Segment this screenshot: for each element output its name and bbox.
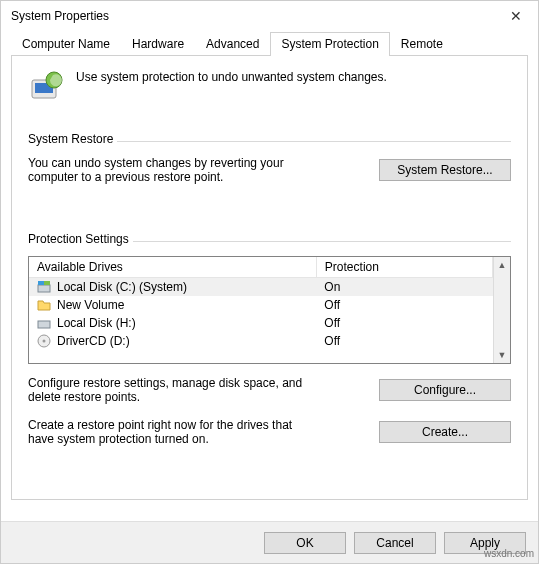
drive-status: Off	[316, 332, 492, 350]
chevron-up-icon[interactable]: ▲	[498, 257, 507, 273]
tab-strip: Computer Name Hardware Advanced System P…	[11, 31, 528, 56]
svg-rect-6	[38, 321, 50, 328]
create-desc: Create a restore point right now for the…	[28, 418, 318, 446]
dialog-footer: OK Cancel Apply wsxdn.com	[1, 521, 538, 563]
drive-name: Local Disk (H:)	[57, 316, 136, 330]
drives-table: Available Drives Protection Local Disk (…	[28, 256, 511, 364]
table-row[interactable]: Local Disk (C:) (System) On	[29, 278, 493, 297]
svg-point-8	[43, 340, 46, 343]
disk-icon	[37, 316, 51, 330]
intro-text: Use system protection to undo unwanted s…	[76, 70, 387, 84]
disk-win-icon	[37, 280, 51, 294]
tab-advanced[interactable]: Advanced	[195, 32, 270, 56]
tab-system-protection[interactable]: System Protection	[270, 32, 389, 56]
tab-computer-name[interactable]: Computer Name	[11, 32, 121, 56]
tab-hardware[interactable]: Hardware	[121, 32, 195, 56]
restore-desc: You can undo system changes by reverting…	[28, 156, 318, 184]
ok-button[interactable]: OK	[264, 532, 346, 554]
drive-name: New Volume	[57, 298, 124, 312]
configure-desc: Configure restore settings, manage disk …	[28, 376, 318, 404]
cd-icon	[37, 334, 51, 348]
drive-name: Local Disk (C:) (System)	[57, 280, 187, 294]
table-row[interactable]: Local Disk (H:) Off	[29, 314, 493, 332]
table-row[interactable]: DriverCD (D:) Off	[29, 332, 493, 350]
tab-panel: Use system protection to undo unwanted s…	[11, 56, 528, 500]
svg-rect-3	[38, 285, 50, 292]
window-title: System Properties	[11, 9, 109, 23]
drive-status: Off	[316, 296, 492, 314]
drive-name: DriverCD (D:)	[57, 334, 130, 348]
tab-remote[interactable]: Remote	[390, 32, 454, 56]
close-icon[interactable]: ✕	[502, 4, 530, 28]
chevron-down-icon[interactable]: ▼	[498, 347, 507, 363]
watermark: wsxdn.com	[484, 548, 534, 559]
col-protection[interactable]: Protection	[316, 257, 492, 278]
group-protection-settings: Protection Settings	[28, 232, 133, 246]
svg-rect-5	[44, 281, 50, 285]
system-restore-button[interactable]: System Restore...	[379, 159, 511, 181]
drive-status: Off	[316, 314, 492, 332]
configure-button[interactable]: Configure...	[379, 379, 511, 401]
scrollbar[interactable]: ▲ ▼	[493, 257, 510, 363]
table-row[interactable]: New Volume Off	[29, 296, 493, 314]
cancel-button[interactable]: Cancel	[354, 532, 436, 554]
system-protection-icon	[28, 70, 64, 106]
col-available-drives[interactable]: Available Drives	[29, 257, 316, 278]
create-button[interactable]: Create...	[379, 421, 511, 443]
svg-rect-4	[38, 281, 44, 285]
drive-status: On	[316, 278, 492, 297]
folder-icon	[37, 298, 51, 312]
group-system-restore: System Restore	[28, 132, 117, 146]
